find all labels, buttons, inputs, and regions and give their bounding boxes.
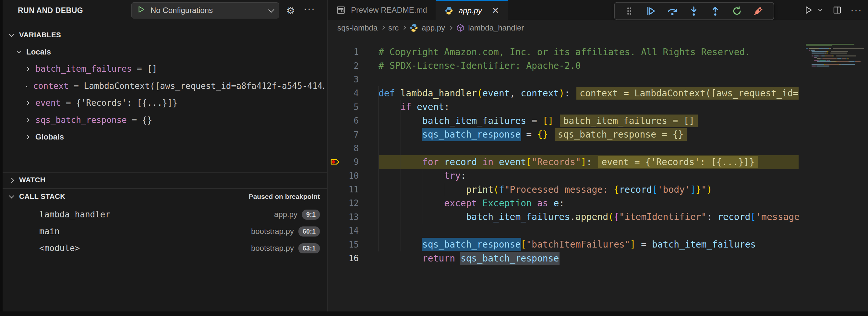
- editor-more-actions[interactable]: ···: [850, 4, 862, 15]
- call-stack-frame[interactable]: lambda_handlerapp.py9:1: [3, 206, 327, 223]
- code-token: batch_item_failures: [466, 212, 570, 222]
- code-token: =: [636, 239, 652, 250]
- run-dropdown-chevron[interactable]: [817, 6, 824, 13]
- line-text: print(f"Processed message: {record['body…: [378, 184, 712, 195]
- code-token: "batchItemFailures": [526, 239, 630, 250]
- chevron-right-icon: [9, 178, 14, 183]
- code-token: [411, 101, 417, 112]
- breadcrumb-item-app-py[interactable]: app.py: [409, 23, 445, 32]
- breadcrumb-label: lambda_handler: [468, 23, 524, 32]
- close-icon[interactable]: ✕: [492, 6, 499, 15]
- breadcrumb-item-sqs-lambda[interactable]: sqs-lambda: [337, 23, 378, 32]
- variable-row[interactable]: context = LambdaContext([aws_request_id=…: [26, 77, 324, 94]
- variable-row[interactable]: sqs_batch_response = {}: [26, 112, 324, 128]
- call-stack-section-header[interactable]: CALL STACK Paused on breakpoint: [10, 189, 320, 204]
- window-left-edge: [0, 0, 3, 316]
- breadcrumb-item-src[interactable]: src: [388, 23, 399, 32]
- call-stack-frame[interactable]: <module>bootstrap.py63:1: [3, 240, 327, 256]
- line-number: 8: [328, 144, 359, 153]
- code-line[interactable]: 2# SPDX-License-Identifier: Apache-2.0: [328, 59, 799, 72]
- dropdown-chevron-icon: [268, 6, 274, 12]
- start-debug-icon[interactable]: [137, 5, 145, 15]
- code-line[interactable]: 4def lambda_handler(event, context):cont…: [328, 86, 799, 100]
- code-token: [438, 157, 444, 167]
- sidebar-more-actions[interactable]: ···: [302, 3, 317, 14]
- minimap-line: [821, 56, 825, 57]
- split-editor-button[interactable]: [832, 5, 842, 15]
- minimap-line: [855, 61, 861, 62]
- code-token: record: [619, 184, 652, 195]
- minimap-line: [812, 56, 814, 57]
- breadcrumb-separator-icon: [402, 26, 406, 30]
- breadcrumb-item-lambda-handler[interactable]: lambda_handler: [456, 23, 524, 32]
- continue-button[interactable]: [645, 5, 656, 17]
- code-line[interactable]: 10 try:: [328, 169, 799, 183]
- code-line[interactable]: 5 if event:: [328, 100, 799, 114]
- code-token: (: [493, 184, 499, 195]
- code-token: # SPDX-License-Identifier: Apache-2.0: [378, 60, 581, 71]
- code-line[interactable]: 14: [328, 224, 799, 238]
- line-text: batch_item_failures = []batch_item_failu…: [378, 115, 698, 127]
- frame-name: <module>: [39, 243, 80, 253]
- code-line[interactable]: 13 batch_item_failures.append({"itemIden…: [328, 210, 799, 224]
- code-token: =: [521, 129, 537, 140]
- code-line[interactable]: 3: [328, 73, 799, 86]
- code-line[interactable]: 16 return sqs_batch_response: [328, 251, 799, 265]
- disconnect-button[interactable]: [753, 5, 764, 17]
- code-token: return: [422, 253, 455, 264]
- code-token: [378, 239, 422, 250]
- preview-icon: [336, 5, 346, 15]
- step-over-button[interactable]: [667, 5, 678, 17]
- code-token: try: [444, 170, 461, 181]
- tab-preview-readme-md[interactable]: Preview README.md: [328, 0, 436, 20]
- code-line[interactable]: 6 batch_item_failures = []batch_item_fai…: [328, 114, 799, 127]
- variable-row[interactable]: event = {'Records': [{...}]}: [26, 94, 324, 111]
- variable-text: batch_item_failures = []: [35, 64, 157, 74]
- tab-app-py[interactable]: app.py✕: [436, 0, 508, 20]
- step-into-button[interactable]: [688, 5, 699, 17]
- code-viewport[interactable]: 1# Copyright Amazon.com, Inc. or its aff…: [328, 45, 799, 272]
- minimap-line: [817, 61, 831, 62]
- code-line[interactable]: 8: [328, 141, 799, 155]
- breadcrumb-label: src: [388, 23, 399, 32]
- run-python-file-button[interactable]: [803, 5, 813, 15]
- code-token: sqs_batch_response: [460, 252, 560, 265]
- code-token: [378, 253, 422, 264]
- code-line[interactable]: 9 for record in event["Records"]:event =…: [328, 155, 799, 169]
- code-token: [378, 198, 444, 209]
- code-token: (: [608, 212, 614, 222]
- frame-position-badge: 60:1: [299, 226, 320, 236]
- section-divider: [3, 172, 327, 172]
- locals-group[interactable]: Locals: [18, 44, 51, 60]
- globals-group[interactable]: Globals: [26, 128, 64, 145]
- code-line[interactable]: 11 print(f"Processed message: {record['b…: [328, 183, 799, 196]
- restart-button[interactable]: [732, 5, 742, 17]
- minimap[interactable]: [804, 44, 868, 83]
- code-token: =: [526, 116, 542, 126]
- variable-row[interactable]: batch_item_failures = []: [26, 60, 324, 77]
- variables-section-header[interactable]: VARIABLES: [10, 27, 61, 43]
- editor-area: Preview README.mdapp.py✕ ··· sqs-lambdas…: [328, 0, 868, 312]
- debug-configuration-dropdown[interactable]: No Configurations: [131, 2, 279, 19]
- code-line[interactable]: 15 sqs_batch_response["batchItemFailures…: [328, 238, 799, 251]
- call-stack-frame[interactable]: mainbootstrap.py60:1: [3, 223, 327, 240]
- step-out-button[interactable]: [710, 5, 721, 17]
- breadcrumb: sqs-lambdasrcapp.pylambda_handler: [328, 21, 798, 35]
- breakpoint-paused-icon[interactable]: [330, 157, 342, 166]
- code-line[interactable]: 12 except Exception as e:: [328, 196, 799, 210]
- minimap-line: [824, 48, 829, 49]
- minimap-line: [814, 57, 816, 58]
- minimap-hint-band: [831, 51, 848, 52]
- breadcrumb-separator-icon: [448, 26, 453, 30]
- watch-section-header[interactable]: WATCH: [10, 172, 45, 188]
- code-token: "Records": [532, 157, 581, 167]
- code-line[interactable]: 7 sqs_batch_response = {}sqs_batch_respo…: [328, 127, 799, 141]
- code-token: 'body': [657, 184, 690, 195]
- gear-icon[interactable]: ⚙: [284, 4, 297, 16]
- minimap-line: [809, 50, 810, 51]
- frame-position-badge: 63:1: [299, 243, 320, 253]
- code-line[interactable]: 1# Copyright Amazon.com, Inc. or its aff…: [328, 45, 799, 59]
- code-token: [378, 129, 422, 140]
- code-token: ": [701, 184, 707, 195]
- code-token: in: [482, 157, 493, 167]
